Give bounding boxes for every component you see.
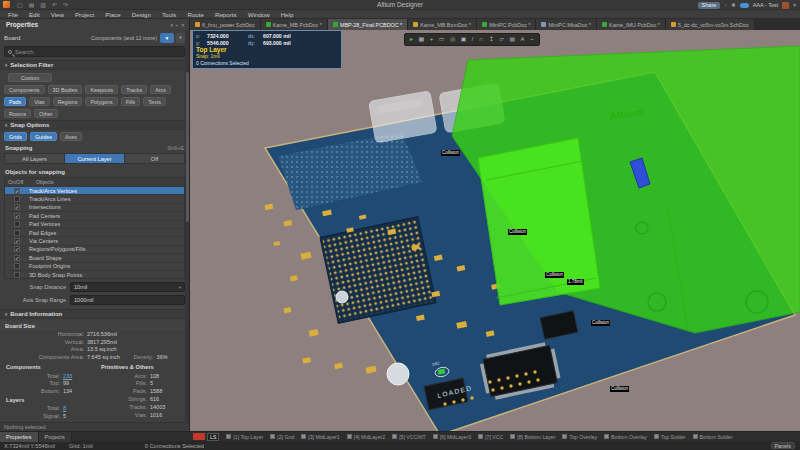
tab-doc-7[interactable]: Kame_IMU.PcbDoc *	[597, 19, 666, 30]
menu-view[interactable]: View	[51, 11, 64, 18]
mode-current-layer[interactable]: Current Layer	[65, 154, 125, 163]
layer-tab-gnd[interactable]: [2] Gnd	[270, 434, 294, 440]
pcb-3d-scene[interactable]: D82 LOADED	[190, 30, 800, 431]
section-snap-options[interactable]: ▾ Snap Options	[0, 120, 189, 130]
tab-doc-1[interactable]: 6_fmu_power.SchDoc	[190, 19, 261, 30]
layer-tab-bottom-overlay[interactable]: Bottom Overlay	[604, 434, 647, 440]
table-row[interactable]: ✓Track/Arcs Vertices	[5, 186, 184, 194]
upload-icon[interactable]: ↑	[724, 2, 727, 8]
tool-rect-icon[interactable]: ▭	[439, 33, 445, 46]
custom-button[interactable]: Custom	[8, 73, 52, 82]
share-button[interactable]: Share	[698, 2, 721, 9]
table-row[interactable]: ✓Via Centers	[5, 236, 184, 244]
filter-keepouts[interactable]: Keepouts	[85, 85, 118, 94]
tab-doc-6[interactable]: MiniPC.MbaDoc *	[536, 19, 597, 30]
tool-select-icon[interactable]: ▸	[410, 33, 413, 46]
axis-snap-range-input[interactable]: 1000mil	[70, 295, 185, 305]
layer-tab-bottom-solder[interactable]: Bottom Solder	[693, 434, 733, 440]
tool-via-icon[interactable]: ↥	[489, 33, 494, 46]
panel-tab-projects[interactable]: Projects	[39, 432, 72, 442]
mode-off[interactable]: Off	[125, 154, 184, 163]
table-row[interactable]: Pad Vertices	[5, 220, 184, 228]
layer-tab-mid1[interactable]: [3] MidLayer1	[301, 434, 339, 440]
enclosure-3d-body[interactable]: Altium	[452, 46, 800, 333]
snap-guides-button[interactable]: Guides	[30, 132, 57, 141]
filter-fills[interactable]: Fills	[121, 97, 141, 106]
table-row[interactable]: ✓Board Shape	[5, 253, 184, 261]
tool-place-icon[interactable]: +	[430, 33, 434, 46]
menu-route[interactable]: Route	[187, 11, 204, 18]
panel-close-icon[interactable]: ✕	[181, 22, 185, 28]
panel-tab-properties[interactable]: Properties	[0, 432, 39, 442]
gear-icon[interactable]: ✱	[731, 2, 736, 8]
table-row[interactable]: ✓Regions/Polygons/Fills	[5, 245, 184, 253]
menu-window[interactable]: Window	[248, 11, 270, 18]
filter-funnel-button[interactable]: ▼	[160, 33, 174, 43]
menu-edit[interactable]: Edit	[29, 11, 40, 18]
avatar[interactable]	[782, 2, 789, 9]
layer-tab-bottom[interactable]: [8] Bottom Layer	[510, 434, 555, 440]
filter-regions[interactable]: Regions	[53, 97, 83, 106]
tool-region-icon[interactable]: ▤	[509, 33, 515, 46]
tool-fill-icon[interactable]: ▣	[461, 33, 467, 46]
filter-other[interactable]: Other	[34, 109, 57, 118]
filter-rooms[interactable]: Rooms	[4, 109, 31, 118]
filter-caret-button[interactable]: ▾	[176, 33, 185, 43]
pcb-3d-canvas[interactable]: D82 LOADED	[190, 30, 800, 431]
layer-tab-top[interactable]: [1] Top Layer	[226, 434, 263, 440]
layer-tab-vcc[interactable]: [7] VCC	[478, 434, 503, 440]
filter-texts[interactable]: Texts	[143, 97, 166, 106]
filter-scope-label[interactable]: Components (and 12 more)	[91, 35, 157, 41]
tab-doc-3-active[interactable]: MBP-28_Final.PCBDOC *	[328, 19, 408, 30]
table-row[interactable]: Track/Arcs Lines	[5, 194, 184, 202]
tool-pad-icon[interactable]: ◎	[450, 33, 455, 46]
scrollbar-thumb[interactable]	[186, 72, 189, 222]
tab-doc-4[interactable]: Kame_MB.BomDoc *	[408, 19, 477, 30]
snap-distance-input[interactable]: 10mil▾	[70, 282, 185, 292]
table-row[interactable]: 3D Body Snap Points	[5, 270, 184, 278]
filter-3d-bodies[interactable]: 3D Bodies	[48, 85, 83, 94]
layer-set-badge[interactable]: LS	[207, 433, 219, 441]
layer-tab-top-overlay[interactable]: Top Overlay	[562, 434, 597, 440]
filter-pads[interactable]: Pads	[4, 97, 26, 106]
menu-project[interactable]: Project	[75, 11, 94, 18]
menu-design[interactable]: Design	[132, 11, 151, 18]
filter-tracks[interactable]: Tracks	[121, 85, 147, 94]
panel-scrollbar[interactable]	[185, 30, 189, 422]
menu-tools[interactable]: Tools	[162, 11, 176, 18]
layer-tab-mid3[interactable]: [6] MidLayer3	[433, 434, 471, 440]
menu-place[interactable]: Place	[105, 11, 120, 18]
snap-grids-button[interactable]: Grids	[4, 132, 27, 141]
mode-all-layers[interactable]: All Layers	[5, 154, 65, 163]
components-total-link[interactable]: 233	[60, 373, 72, 379]
table-row[interactable]: Pad Edges	[5, 228, 184, 236]
chevron-down-icon[interactable]: ▾	[179, 285, 181, 290]
tab-doc-8[interactable]: 5_dc-dc_vo5m-vo3m.SchDoc	[666, 19, 755, 30]
filter-vias[interactable]: Vias	[29, 97, 49, 106]
search-input[interactable]: Search	[4, 46, 185, 57]
panel-pin-icon[interactable]: ▪	[176, 22, 178, 28]
filter-polygons[interactable]: Polygons	[85, 97, 117, 106]
tab-doc-5[interactable]: MiniPC.PcbDoc *	[477, 19, 536, 30]
tool-grid-icon[interactable]: ▦	[419, 33, 425, 46]
chevron-down-icon[interactable]: ▾	[793, 2, 796, 8]
menu-help[interactable]: Help	[281, 11, 294, 18]
table-row[interactable]: ✓Pad Centers	[5, 211, 184, 219]
table-row[interactable]: Footprint Origins	[5, 262, 184, 270]
snap-axes-button[interactable]: Axes	[60, 132, 82, 141]
account-label[interactable]: AAA - Test	[753, 2, 779, 8]
layer-tab-mid2[interactable]: [4] MidLayer2	[347, 434, 385, 440]
panel-dropdown-icon[interactable]: ▾	[171, 22, 174, 28]
panels-button[interactable]: Panels	[771, 442, 795, 449]
layer-tab-vccint[interactable]: [5] VCCINT	[392, 434, 426, 440]
tool-text-icon[interactable]: A	[521, 33, 525, 46]
menu-file[interactable]: File	[8, 11, 18, 18]
layers-total-link[interactable]: 8	[60, 405, 66, 411]
table-row[interactable]: ✓Intersections	[5, 203, 184, 211]
cloud-icon[interactable]	[740, 3, 749, 8]
filter-arcs[interactable]: Arcs	[150, 85, 171, 94]
section-selection-filter[interactable]: ▾ Selection Filter	[0, 60, 189, 70]
tool-line-icon[interactable]: /	[472, 33, 474, 46]
tab-doc-2[interactable]: Kame_MB.PcbDoc *	[261, 19, 328, 30]
menu-reports[interactable]: Reports	[215, 11, 237, 18]
